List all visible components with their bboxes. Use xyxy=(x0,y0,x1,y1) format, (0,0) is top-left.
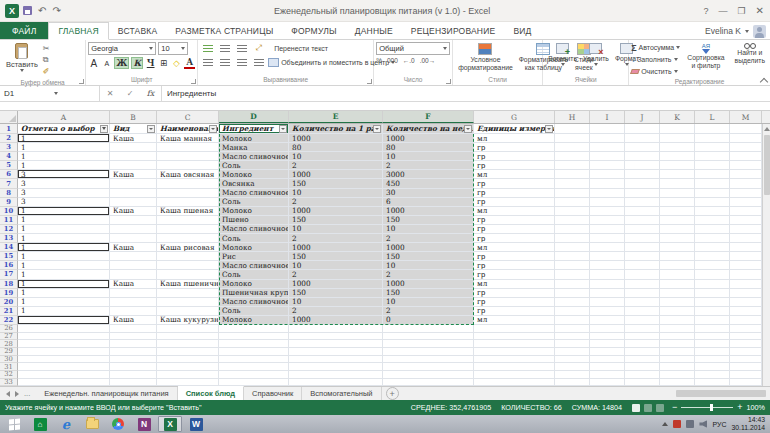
cell-f12[interactable]: 10 xyxy=(383,225,474,234)
cell-empty[interactable] xyxy=(660,161,695,170)
cell-e21[interactable]: 2 xyxy=(289,307,383,316)
cell-b9[interactable] xyxy=(110,198,157,207)
select-all-corner[interactable] xyxy=(0,111,18,123)
row-number-33[interactable]: 33 xyxy=(0,379,18,386)
cell-empty[interactable] xyxy=(590,348,625,356)
cell-f4[interactable]: 10 xyxy=(383,152,474,161)
sort-filter-button[interactable]: АЯ Сортировка и фильтр xyxy=(684,42,727,71)
cell-c9[interactable] xyxy=(157,198,219,207)
cell-c12[interactable] xyxy=(157,225,219,234)
cell-c22[interactable]: Каша кукурузная xyxy=(157,316,219,325)
cell-c10[interactable]: Каша пшеная xyxy=(157,207,219,216)
comma-style-button[interactable]: 000 xyxy=(387,57,398,64)
cell-g9[interactable]: гр xyxy=(474,198,555,207)
cell-empty[interactable] xyxy=(383,348,474,356)
column-header-K[interactable]: K xyxy=(660,111,695,123)
filter-dropdown-button[interactable] xyxy=(279,125,287,133)
cell-g22[interactable]: мл xyxy=(474,316,555,325)
cell-b11[interactable] xyxy=(110,216,157,225)
grow-font-button[interactable]: А xyxy=(88,57,99,69)
cell-g5[interactable]: гр xyxy=(474,161,555,170)
row-number-18[interactable]: 18 xyxy=(0,280,18,289)
cell-empty[interactable] xyxy=(18,325,110,333)
bold-button[interactable]: Ж xyxy=(114,57,129,69)
cell-empty[interactable] xyxy=(625,340,660,348)
cell-e15[interactable]: 150 xyxy=(289,252,383,261)
cell-empty[interactable] xyxy=(730,216,762,225)
italic-button[interactable]: К xyxy=(131,57,143,69)
cell-empty[interactable] xyxy=(730,143,762,152)
cell-b5[interactable] xyxy=(110,161,157,170)
row-number-10[interactable]: 10 xyxy=(0,207,18,216)
cell-empty[interactable] xyxy=(730,356,762,364)
cell-empty[interactable] xyxy=(730,289,762,298)
cell-empty[interactable] xyxy=(625,170,660,179)
collapse-ribbon-button[interactable] xyxy=(761,77,767,83)
decrease-decimal-button[interactable]: .00→ xyxy=(420,57,436,64)
cell-empty[interactable] xyxy=(18,379,110,386)
clock[interactable]: 14:43 30.11.2014 xyxy=(731,416,765,432)
cell-d19[interactable]: Пшеничная крупа xyxy=(219,289,289,298)
cell-empty[interactable] xyxy=(474,333,555,341)
cell-empty[interactable] xyxy=(157,363,219,371)
taskbar-excel[interactable]: X xyxy=(158,416,182,432)
cell-empty[interactable] xyxy=(590,363,625,371)
next-sheet-icon[interactable] xyxy=(15,391,19,397)
cancel-entry-button[interactable]: ✕ xyxy=(107,89,114,98)
cell-empty[interactable] xyxy=(695,348,730,356)
cell-empty[interactable] xyxy=(730,161,762,170)
cell-empty[interactable] xyxy=(660,356,695,364)
cell-empty[interactable] xyxy=(695,124,730,134)
row-number-8[interactable]: 8 xyxy=(0,189,18,198)
cell-empty[interactable] xyxy=(219,333,289,341)
cell-empty[interactable] xyxy=(474,363,555,371)
cell-empty[interactable] xyxy=(157,348,219,356)
cell-a4[interactable]: 1 xyxy=(18,152,110,161)
cell-g12[interactable]: гр xyxy=(474,225,555,234)
cell-c15[interactable] xyxy=(157,252,219,261)
cell-b14[interactable]: Каша xyxy=(110,243,157,252)
font-name-combo[interactable]: Georgia xyxy=(88,42,156,55)
cell-empty[interactable] xyxy=(660,198,695,207)
cell-d2[interactable]: Молоко xyxy=(219,134,289,143)
header-cell-a[interactable]: Отметка о выбор xyxy=(18,124,110,134)
cell-empty[interactable] xyxy=(625,189,660,198)
cell-c8[interactable] xyxy=(157,189,219,198)
cell-empty[interactable] xyxy=(695,225,730,234)
zoom-slider[interactable] xyxy=(681,407,733,408)
cell-c3[interactable] xyxy=(157,143,219,152)
cell-e16[interactable]: 10 xyxy=(289,261,383,270)
cell-empty[interactable] xyxy=(695,161,730,170)
cell-empty[interactable] xyxy=(695,363,730,371)
cell-f5[interactable]: 2 xyxy=(383,161,474,170)
cell-empty[interactable] xyxy=(660,371,695,379)
cell-empty[interactable] xyxy=(555,348,590,356)
cell-empty[interactable] xyxy=(695,379,730,386)
cell-empty[interactable] xyxy=(625,379,660,386)
cell-empty[interactable] xyxy=(590,198,625,207)
cell-g15[interactable]: гр xyxy=(474,252,555,261)
column-header-B[interactable]: B xyxy=(110,111,157,123)
row-number-20[interactable]: 20 xyxy=(0,298,18,307)
cell-empty[interactable] xyxy=(625,134,660,143)
column-header-G[interactable]: G xyxy=(474,111,555,123)
cell-empty[interactable] xyxy=(695,316,730,325)
cell-empty[interactable] xyxy=(590,289,625,298)
cell-empty[interactable] xyxy=(625,363,660,371)
cell-empty[interactable] xyxy=(383,340,474,348)
cell-empty[interactable] xyxy=(660,348,695,356)
cell-empty[interactable] xyxy=(625,316,660,325)
cell-a19[interactable]: 1 xyxy=(18,289,110,298)
cell-empty[interactable] xyxy=(474,325,555,333)
cell-e10[interactable]: 1000 xyxy=(289,207,383,216)
copy-button[interactable]: ⧉ xyxy=(43,55,50,65)
cell-empty[interactable] xyxy=(219,340,289,348)
cell-empty[interactable] xyxy=(695,189,730,198)
cell-e9[interactable]: 2 xyxy=(289,198,383,207)
cell-c14[interactable]: Каша рисовая xyxy=(157,243,219,252)
cell-empty[interactable] xyxy=(219,371,289,379)
cell-e11[interactable]: 150 xyxy=(289,216,383,225)
decrease-indent-button[interactable] xyxy=(251,56,266,68)
enter-entry-button[interactable]: ✓ xyxy=(127,89,134,98)
row-number-11[interactable]: 11 xyxy=(0,216,18,225)
